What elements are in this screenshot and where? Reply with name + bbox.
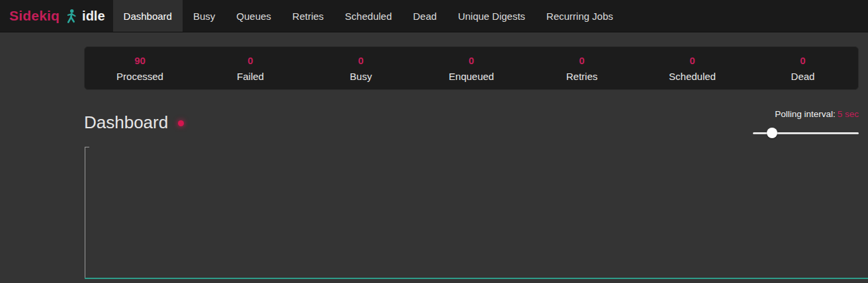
main-nav: Dashboard Busy Queues Retries Scheduled … xyxy=(113,0,624,32)
page-title: Dashboard xyxy=(84,114,168,131)
stat-label: Failed xyxy=(195,71,306,82)
stats-summary-bar: 90 Processed 0 Failed 0 Busy 0 Enqueued … xyxy=(84,46,859,90)
status-text: idle xyxy=(82,9,105,24)
navbar: Sidekiq idle Dashboard Busy Queues Retri… xyxy=(0,0,868,32)
stat-value: 90 xyxy=(85,55,195,66)
stat-busy[interactable]: 0 Busy xyxy=(306,55,416,82)
polling-interval-slider[interactable] xyxy=(753,128,859,138)
tab-unique-digests[interactable]: Unique Digests xyxy=(447,0,536,32)
stat-label: Processed xyxy=(85,71,195,82)
stat-label: Dead xyxy=(748,71,858,82)
chart-y-axis-tick xyxy=(85,147,89,147)
stat-label: Scheduled xyxy=(637,71,748,82)
page-header: Dashboard Polling interval:5 sec xyxy=(84,108,859,134)
stat-dead[interactable]: 0 Dead xyxy=(748,55,858,82)
tab-recurring-jobs[interactable]: Recurring Jobs xyxy=(536,0,624,32)
chart-y-axis xyxy=(85,147,85,279)
brand-name: Sidekiq xyxy=(9,8,60,24)
stat-value: 0 xyxy=(195,55,306,66)
dashboard-realtime-chart xyxy=(84,147,868,283)
stat-retries[interactable]: 0 Retries xyxy=(527,55,637,82)
tab-busy[interactable]: Busy xyxy=(183,0,226,32)
stat-scheduled[interactable]: 0 Scheduled xyxy=(637,55,748,82)
polling-label: Polling interval: xyxy=(775,109,836,119)
tab-queues[interactable]: Queues xyxy=(226,0,282,32)
stat-failed[interactable]: 0 Failed xyxy=(195,55,306,82)
stat-processed[interactable]: 90 Processed xyxy=(85,55,195,82)
stat-value: 0 xyxy=(637,55,748,66)
stat-value: 0 xyxy=(748,55,858,66)
stat-label: Busy xyxy=(306,71,416,82)
polling-widget: Polling interval:5 sec xyxy=(753,108,859,138)
brand-link[interactable]: Sidekiq idle xyxy=(0,0,113,32)
tab-scheduled[interactable]: Scheduled xyxy=(334,0,402,32)
polling-value: 5 sec xyxy=(838,109,859,119)
stat-value: 0 xyxy=(527,55,637,66)
live-beacon-icon xyxy=(178,120,184,126)
main-content: 90 Processed 0 Failed 0 Busy 0 Enqueued … xyxy=(0,46,868,283)
sidekiq-logo-icon xyxy=(65,9,77,24)
tab-retries[interactable]: Retries xyxy=(282,0,335,32)
stat-enqueued[interactable]: 0 Enqueued xyxy=(416,55,527,82)
tab-dead[interactable]: Dead xyxy=(402,0,447,32)
stat-label: Retries xyxy=(527,71,637,82)
stat-value: 0 xyxy=(306,55,416,66)
chart-flat-series-line xyxy=(85,278,868,279)
stat-value: 0 xyxy=(416,55,527,66)
tab-dashboard[interactable]: Dashboard xyxy=(113,0,183,32)
slider-thumb[interactable] xyxy=(767,128,777,138)
stat-label: Enqueued xyxy=(416,71,527,82)
